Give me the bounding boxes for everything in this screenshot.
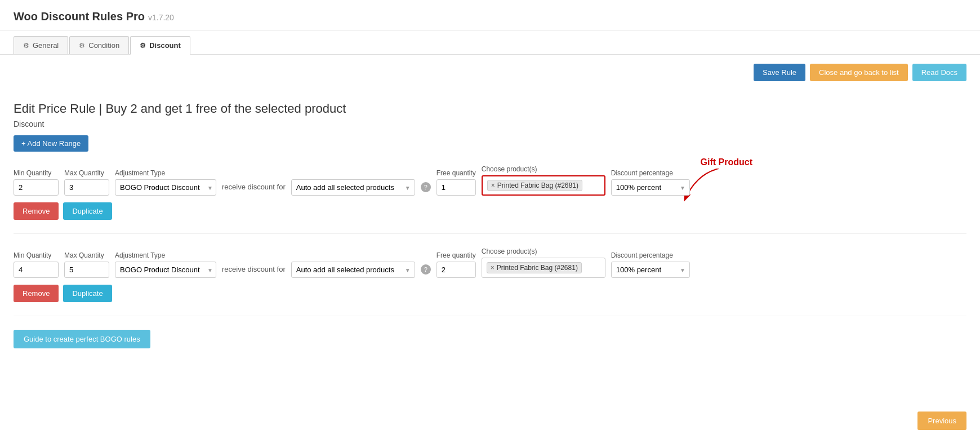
receive-text-1: receive discount for [222, 183, 286, 196]
choose-products-label-1: Choose product(s) [482, 165, 605, 173]
free-qty-group-1: Free quantity [436, 169, 476, 196]
choose-products-box-2[interactable]: × Printed Fabric Bag (#2681) [482, 258, 605, 278]
discount-pct-wrap-1[interactable]: 100% percent [611, 179, 690, 196]
action-btns-1: Remove Duplicate [14, 202, 966, 220]
choose-products-group-2: Choose product(s) × Printed Fabric Bag (… [482, 247, 605, 278]
page-content: Edit Price Rule | Buy 2 and get 1 free o… [0, 101, 980, 371]
min-qty-group-2: Min Quantity [14, 251, 59, 278]
min-qty-label-1: Min Quantity [14, 169, 59, 177]
discount-pct-group-2: Discount percentage 100% percent [611, 251, 690, 278]
adjustment-type-select-1[interactable]: BOGO Product Discount [115, 179, 216, 196]
app-header: Woo Discount Rules Prov1.7.20 [0, 0, 980, 30]
save-rule-button[interactable]: Save Rule [754, 64, 805, 81]
receive-select-group-1: Auto add all selected products Auto add … [291, 179, 415, 196]
tab-general[interactable]: ⚙ General [14, 36, 68, 54]
adjustment-type-select-wrap-2[interactable]: BOGO Product Discount [115, 262, 216, 278]
gear-icon: ⚙ [79, 42, 85, 50]
max-qty-input-2[interactable] [64, 262, 109, 278]
free-qty-label-2: Free quantity [436, 251, 476, 259]
action-btns-2: Remove Duplicate [14, 285, 966, 302]
min-qty-group-1: Min Quantity [14, 169, 59, 196]
page-rule-title: Edit Price Rule | Buy 2 and get 1 free o… [14, 101, 966, 116]
receive-select-wrap-2[interactable]: Auto add all selected products Auto add … [291, 262, 415, 278]
duplicate-button-1[interactable]: Duplicate [63, 202, 112, 220]
remove-button-2[interactable]: Remove [14, 285, 59, 302]
tab-bar: ⚙ General ⚙ Condition ⚙ Discount [0, 30, 980, 55]
choose-products-box-1[interactable]: × Printed Fabric Bag (#2681) [482, 175, 605, 196]
receive-select-2[interactable]: Auto add all selected products Auto add … [291, 262, 415, 278]
discount-pct-label-2: Discount percentage [611, 251, 690, 259]
range-row-2: Min Quantity Max Quantity Adjustment Typ… [14, 247, 966, 316]
guide-btn-wrap: Guide to create perfect BOGO rules [14, 330, 966, 348]
max-qty-label-1: Max Quantity [64, 169, 109, 177]
adjustment-type-label-2: Adjustment Type [115, 251, 216, 259]
gear-icon: ⚙ [23, 42, 29, 50]
tab-discount[interactable]: ⚙ Discount [130, 36, 190, 55]
free-qty-label-1: Free quantity [436, 169, 476, 177]
receive-select-wrap-1[interactable]: Auto add all selected products Auto add … [291, 179, 415, 196]
close-button[interactable]: Close and go back to list [810, 64, 908, 81]
gear-icon: ⚙ [140, 42, 146, 50]
receive-text-2: receive discount for [222, 265, 286, 278]
max-qty-input-1[interactable] [64, 179, 109, 196]
discount-pct-label-1: Discount percentage [611, 169, 690, 177]
gift-product-label: Gift Product [701, 157, 752, 167]
adjustment-type-label-1: Adjustment Type [115, 169, 216, 177]
receive-select-group-2: Auto add all selected products Auto add … [291, 262, 415, 278]
discount-pct-wrap-2[interactable]: 100% percent [611, 262, 690, 278]
remove-product-tag-1[interactable]: × [491, 182, 495, 189]
free-qty-input-1[interactable] [436, 179, 476, 196]
range-row-1: Min Quantity Max Quantity Adjustment Typ… [14, 165, 966, 234]
adjustment-type-group-2: Adjustment Type BOGO Product Discount [115, 251, 216, 278]
remove-button-1[interactable]: Remove [14, 202, 59, 220]
min-qty-input-1[interactable] [14, 179, 59, 196]
help-icon-1[interactable]: ? [421, 182, 431, 192]
guide-button[interactable]: Guide to create perfect BOGO rules [14, 330, 150, 348]
adjustment-type-group-1: Adjustment Type BOGO Product Discount [115, 169, 216, 196]
discount-pct-select-1[interactable]: 100% percent [611, 179, 690, 196]
app-title: Woo Discount Rules Prov1.7.20 [14, 10, 174, 23]
max-qty-group-2: Max Quantity [64, 251, 109, 278]
help-icon-2[interactable]: ? [421, 264, 431, 275]
duplicate-button-2[interactable]: Duplicate [63, 285, 112, 302]
discount-pct-group-1: Discount percentage 100% percent [611, 169, 690, 196]
min-qty-input-2[interactable] [14, 262, 59, 278]
add-new-range-button[interactable]: + Add New Range [14, 135, 88, 152]
min-qty-label-2: Min Quantity [14, 251, 59, 259]
adjustment-type-select-wrap-1[interactable]: BOGO Product Discount [115, 179, 216, 196]
receive-select-1[interactable]: Auto add all selected products Auto add … [291, 179, 415, 196]
adjustment-type-select-2[interactable]: BOGO Product Discount [115, 262, 216, 278]
product-tag-1: × Printed Fabric Bag (#2681) [487, 180, 582, 191]
discount-pct-select-2[interactable]: 100% percent [611, 262, 690, 278]
max-qty-label-2: Max Quantity [64, 251, 109, 259]
max-qty-group-1: Max Quantity [64, 169, 109, 196]
remove-product-tag-2[interactable]: × [491, 264, 495, 272]
free-qty-group-2: Free quantity [436, 251, 476, 278]
choose-products-group-1: Choose product(s) × Printed Fabric Bag (… [482, 165, 605, 196]
choose-products-label-2: Choose product(s) [482, 247, 605, 255]
product-tag-2: × Printed Fabric Bag (#2681) [487, 262, 582, 273]
free-qty-input-2[interactable] [436, 262, 476, 278]
discount-label: Discount [14, 120, 966, 129]
toolbar: Save Rule Close and go back to list Read… [0, 55, 980, 90]
tab-condition[interactable]: ⚙ Condition [69, 36, 129, 54]
read-docs-button[interactable]: Read Docs [912, 64, 966, 81]
